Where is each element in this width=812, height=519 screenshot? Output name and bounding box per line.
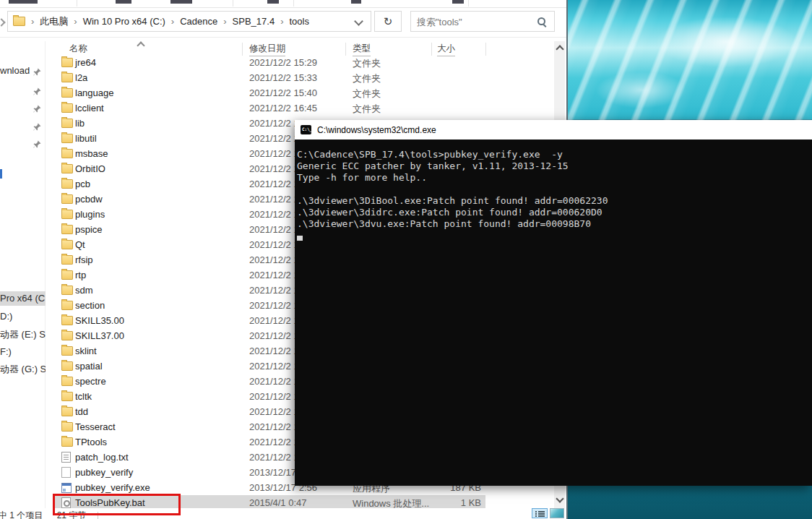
breadcrumb-chevron-icon[interactable]: › [68,16,82,27]
file-name: spectre [75,376,106,387]
file-date: 2021/12/2 1 [249,437,299,447]
file-date: 2021/12/2 1 [249,315,299,326]
breadcrumb-chevron-icon[interactable]: › [275,16,289,27]
column-separator[interactable] [242,43,243,56]
chevron-down-icon[interactable] [354,17,363,26]
console-line: Type -h for more help.. [297,172,809,184]
breadcrumb-chevron-icon[interactable]: › [165,16,180,27]
ribbon-fragment [351,0,361,4]
search-box[interactable] [410,11,555,32]
file-date: 2021/12/2 1 [249,163,299,174]
file-name: tdd [75,406,88,417]
file-name: Qt [75,239,85,250]
column-separator[interactable] [345,43,346,56]
breadcrumb-item[interactable]: Cadence [180,16,217,27]
file-name: section [75,300,105,311]
folder-icon [61,225,73,234]
details-view-button[interactable] [532,508,548,518]
folder-icon [61,58,73,67]
breadcrumb-item[interactable]: tools [289,16,308,27]
console-line [297,184,809,195]
folder-icon [13,17,25,26]
file-date: 2021/12/2 1 [249,285,299,296]
folder-icon [61,422,73,432]
file-name: rfsip [75,254,93,265]
ribbon-fragment [170,0,192,4]
breadcrumb-item[interactable]: 此电脑 [40,15,68,28]
file-name: language [75,87,114,98]
file-name: pubkey_verify.exe [75,482,150,493]
console-cursor [297,236,303,241]
column-header-name[interactable]: 名称 [69,43,87,55]
folder-icon [61,286,73,295]
console-line: .\3dviewer\3dvu.exe:Patch point found! a… [297,218,809,230]
file-row[interactable]: lcclient2021/12/2 16:45文件夹 [0,100,554,116]
file-row[interactable]: language2021/12/2 15:40文件夹 [0,85,554,100]
breadcrumb-item[interactable]: SPB_17.4 [233,16,275,27]
folder-icon [61,255,73,265]
ribbon-fragment [267,0,279,4]
file-name: l2a [75,72,87,83]
ribbon-strip [0,0,566,8]
folder-icon [61,88,73,98]
exe-icon [61,483,72,493]
sort-ascending-icon [137,41,144,49]
file-date: 2021/12/2 1 [249,133,299,144]
file-size: 1 KB [402,497,481,508]
file-date: 2021/12/2 15:33 [249,72,317,83]
folder-icon [61,240,73,249]
search-input[interactable] [411,12,541,33]
folder-icon [61,437,73,447]
column-separator[interactable] [485,43,486,56]
wallpaper-highlight [568,0,812,120]
cmd-titlebar[interactable]: C:\windows\system32\cmd.exe [295,120,812,140]
folder-icon [61,407,73,416]
search-icon[interactable] [537,17,545,25]
address-bar[interactable]: ›此电脑›Win 10 Pro x64 (C:)›Cadence›SPB_17.… [7,11,371,32]
file-date: 2021/12/2 1 [249,254,299,265]
cmd-window: C:\windows\system32\cmd.exe C:\Cadence\S… [295,120,812,486]
refresh-button[interactable]: ↻ [374,11,402,32]
file-date: 2021/12/2 1 [249,270,299,280]
folder-icon [61,377,73,386]
cmd-icon [301,125,311,134]
folder-icon [61,210,73,219]
file-name: rtp [75,270,86,280]
file-row[interactable]: jre642021/12/2 15:29文件夹 [0,55,554,70]
folder-icon [61,301,73,310]
folder-icon [61,149,73,158]
cmd-console[interactable]: C:\Cadence\SPB_17.4\tools>pubkey_verify.… [295,140,812,486]
file-date: 2021/12/2 1 [249,148,299,159]
file-name: sdm [75,285,93,296]
thumbnails-view-button[interactable] [550,508,564,518]
file-row[interactable]: l2a2021/12/2 15:33文件夹 [0,70,554,85]
file-date: 2021/12/2 1 [249,391,299,402]
file-name: patch_log.txt [75,452,129,463]
nav-chevron-fragment[interactable] [0,18,6,26]
file-date: 2021/12/2 1 [249,376,299,387]
file-name: msbase [75,148,108,159]
breadcrumb-item[interactable]: Win 10 Pro x64 (C:) [83,16,165,27]
file-name: Tesseract [75,421,116,432]
file-name: spatial [75,361,103,372]
file-date: 2021/12/2 15:29 [249,57,317,68]
file-date: 2021/12/2 1 [249,224,299,235]
folder-icon [61,316,73,325]
column-separator[interactable] [431,43,432,56]
file-name: pcb [75,179,90,189]
file-name: pubkey_verify [75,467,133,478]
ribbon-separator [77,0,77,7]
file-name: OrbitIO [75,163,105,174]
ribbon-separator [468,0,469,7]
refresh-icon: ↻ [384,15,393,27]
file-name: jre64 [75,57,96,68]
scroll-up-icon[interactable] [556,45,563,53]
breadcrumb-chevron-icon[interactable]: › [217,16,232,27]
ribbon-fragment [452,0,464,4]
folder-icon [61,73,73,82]
scroll-down-icon[interactable] [556,494,563,502]
folder-icon [61,164,73,173]
breadcrumb-chevron-icon[interactable]: › [25,16,40,27]
file-name: lcclient [75,103,104,113]
selection-count: 选中 1 个项目 [0,510,43,519]
